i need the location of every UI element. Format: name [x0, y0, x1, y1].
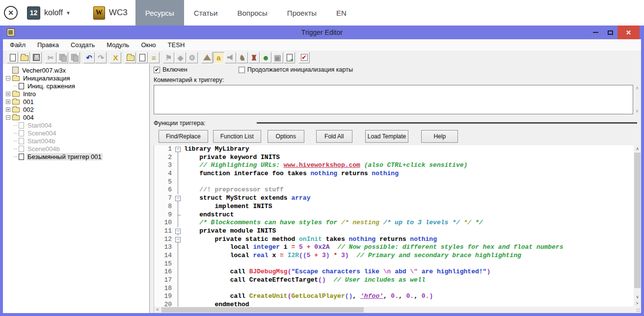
delete-button[interactable]: X	[110, 52, 121, 63]
fold-margin	[175, 161, 182, 170]
fold-margin: −	[175, 227, 182, 236]
line-number: 4	[154, 170, 175, 178]
object-manager-button[interactable]: ▣	[272, 52, 283, 63]
import-manager-icon	[287, 54, 293, 61]
comment-input[interactable]	[154, 85, 633, 114]
toolbar: ✂↶↷X≡⚑◆⚙a♞♜☻▣✔	[3, 51, 641, 64]
tree-item-3[interactable]: +001	[6, 98, 149, 105]
tree-item-6[interactable]: Start004	[14, 121, 149, 129]
chevron-down-icon[interactable]: ▼	[66, 10, 71, 16]
nav-tab-2[interactable]: Вопросы	[227, 0, 277, 26]
tree-item-2[interactable]: +Intro	[6, 90, 149, 98]
collapse-icon[interactable]: −	[6, 76, 10, 80]
new-action-button[interactable]: ⚙	[187, 52, 198, 63]
expand-icon[interactable]: +	[6, 107, 10, 112]
expand-icon[interactable]: +	[6, 100, 10, 104]
nav-tab-4[interactable]: EN	[326, 0, 356, 26]
tree-item-1[interactable]: Иниц. сражения	[14, 82, 149, 90]
ai-editor-button[interactable]: ☻	[260, 52, 271, 63]
menu-item-0[interactable]: Файл	[10, 41, 26, 49]
fold-margin	[175, 301, 182, 307]
button-function-list[interactable]: Function List	[213, 130, 261, 143]
undo-button[interactable]: ↶	[83, 52, 95, 63]
button-help[interactable]: Help	[421, 130, 458, 143]
fold-collapse-icon[interactable]: −	[175, 147, 181, 152]
scroll-right-icon[interactable]: >	[634, 300, 641, 307]
scroll-down-icon[interactable]: ∨	[636, 109, 639, 113]
scroll-down-icon[interactable]: ∨	[636, 293, 639, 300]
expand-icon[interactable]: +	[6, 92, 10, 96]
code-editor[interactable]: 1−library MyLibrary2 private keyword INI…	[154, 145, 634, 307]
trigger-editor-button[interactable]: a	[213, 52, 224, 63]
new-comment-button[interactable]: ≡	[148, 52, 160, 63]
sound-editor-button[interactable]	[225, 52, 236, 63]
scroll-left-icon[interactable]: <	[154, 307, 161, 313]
paste-button[interactable]	[69, 52, 80, 63]
tree-item-label: Start004	[27, 122, 53, 129]
fold-collapse-icon[interactable]: −	[175, 229, 181, 234]
tree-item-label: Scene004b	[27, 145, 61, 153]
nav-tab-0[interactable]: Ресурсы	[135, 0, 184, 26]
fold-collapse-icon[interactable]: −	[175, 237, 181, 242]
nav-tab-3[interactable]: Проекты	[277, 0, 326, 26]
new-category-button[interactable]	[125, 52, 136, 63]
button-fold-all[interactable]: Fold All	[316, 130, 352, 143]
splitter-handle[interactable]	[257, 122, 637, 124]
user-avatar[interactable]: 12	[27, 6, 40, 20]
tree-item-5[interactable]: −004	[6, 113, 149, 121]
new-condition-button[interactable]: ◆	[175, 52, 186, 63]
fold-margin: −	[175, 236, 182, 244]
new-trigger-button[interactable]	[136, 52, 148, 63]
tree-item-4[interactable]: +002	[6, 105, 149, 113]
scroll-up-icon[interactable]: ∧	[636, 145, 639, 152]
new-event-button[interactable]: ⚑	[163, 52, 174, 63]
enabled-checkbox[interactable]: ✔	[154, 67, 160, 73]
tree-item-10[interactable]: Безымянный триггер 001	[14, 153, 149, 160]
tree-item-7[interactable]: Scene004	[14, 129, 149, 137]
collapse-icon[interactable]: −	[6, 115, 10, 120]
save-map-button[interactable]	[30, 52, 42, 63]
terrain-editor-button[interactable]	[201, 52, 213, 63]
horizontal-scroll-thumb[interactable]	[161, 307, 364, 313]
window-titlebar[interactable]: Trigger Editor ✕	[3, 26, 641, 39]
resize-grip[interactable]	[634, 307, 641, 313]
fold-collapse-icon[interactable]: −	[175, 196, 181, 201]
menu-item-2[interactable]: Создать	[71, 41, 95, 49]
import-manager-button[interactable]	[284, 52, 295, 63]
line-number: 13	[154, 243, 175, 252]
wc3-logo-icon[interactable]: W	[93, 6, 105, 20]
scroll-up-icon[interactable]: ∧	[636, 86, 639, 90]
code-text: struct MyStruct extends array	[182, 194, 310, 203]
cut-button[interactable]: ✂	[45, 52, 56, 63]
new-document-button[interactable]	[7, 52, 18, 63]
tree-connector	[14, 141, 18, 141]
redo-button[interactable]: ↷	[95, 52, 107, 63]
campaign-editor-button[interactable]: ♜	[248, 52, 260, 63]
menu-item-5[interactable]: TESH	[168, 41, 185, 49]
button-find-replace[interactable]: Find/Replace	[159, 130, 208, 143]
code-line-4: 4 function interface foo takes nothing r…	[154, 170, 634, 178]
brand-label[interactable]: WC3	[109, 8, 128, 18]
button-options[interactable]: Options	[268, 130, 304, 143]
open-map-button[interactable]	[19, 52, 30, 63]
tree-item-9[interactable]: Scene004b	[14, 145, 149, 153]
tree-item-label: Инициализация	[22, 75, 71, 82]
trigger-editor-icon: a	[216, 54, 220, 61]
scrollbar-corner: >	[634, 300, 641, 307]
button-load-template[interactable]: Load Template	[365, 130, 409, 143]
tree-item-0[interactable]: −Инициализация	[6, 74, 149, 82]
object-editor-button[interactable]: ♞	[237, 52, 248, 63]
vertical-scroll-thumb[interactable]	[634, 153, 641, 288]
close-circle-icon[interactable]: ✕	[4, 6, 18, 20]
map-init-checkbox[interactable]	[239, 67, 245, 73]
tree-root-row[interactable]: Vecher007.w3x	[6, 66, 149, 74]
username[interactable]: koloff	[44, 8, 63, 17]
tree-item-8[interactable]: Start004b	[14, 137, 149, 145]
menu-item-3[interactable]: Модуль	[107, 41, 129, 49]
menu-item-1[interactable]: Правка	[37, 41, 59, 49]
fold-margin: −	[175, 145, 182, 154]
test-map-button[interactable]: ✔	[298, 52, 310, 63]
nav-tab-1[interactable]: Статьи	[184, 0, 228, 26]
copy-button[interactable]	[57, 52, 68, 63]
menu-item-4[interactable]: Окно	[141, 41, 156, 49]
